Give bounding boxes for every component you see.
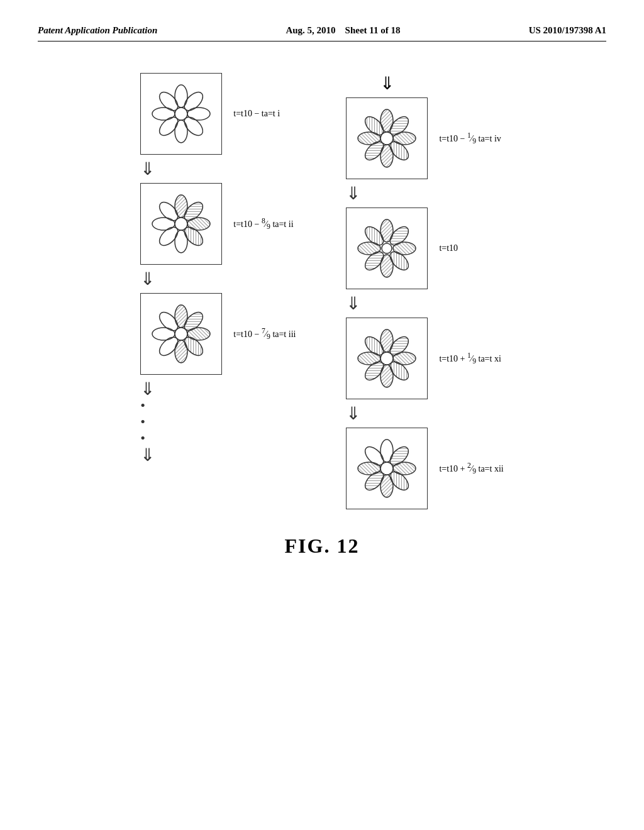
left-column: t=t10 − ta=t i ⇓ [140, 73, 296, 509]
arrow-tiv-t10: ⇓ [346, 179, 360, 208]
svg-point-68 [380, 462, 393, 475]
svg-point-4 [175, 120, 187, 143]
svg-point-38 [380, 132, 393, 145]
flower-box-ti [140, 73, 222, 155]
equation-ti: t=t10 − ta=t i [233, 109, 280, 119]
equation-txi: t=t10 + 1⁄9 ta=t xi [439, 351, 501, 365]
flower-row-txi: t=t10 + 1⁄9 ta=t xi [346, 318, 501, 399]
flower-box-txii [346, 428, 428, 509]
equation-tiii: t=t10 − 7⁄9 ta=t iii [233, 327, 296, 341]
flower-row-txii: t=t10 + 2⁄9 ta=t xii [346, 428, 503, 509]
flower-svg-ti [147, 79, 216, 148]
svg-point-13 [175, 230, 187, 253]
arrow-tii-tiii: ⇓ [140, 265, 155, 293]
flower-svg-tii [147, 189, 216, 258]
page: Patent Application Publication Aug. 5, 2… [0, 0, 644, 830]
fig-label: FIG. 12 [285, 534, 360, 558]
flower-box-tii [140, 183, 222, 265]
svg-point-48 [382, 243, 392, 253]
equation-tii: t=t10 − 8⁄9 ta=t ii [233, 217, 293, 231]
header-right: US 2010/197398 A1 [529, 25, 606, 36]
svg-point-6 [152, 108, 175, 120]
equation-txii: t=t10 + 2⁄9 ta=t xii [439, 462, 503, 475]
svg-point-25 [152, 328, 175, 340]
dots: • • • [140, 403, 147, 441]
flower-box-txi [346, 318, 428, 399]
flower-row-t10: t=t10 [346, 208, 458, 289]
top-arrow-right: ⇓ [346, 73, 428, 94]
arrow-t10-txi: ⇓ [346, 289, 360, 318]
svg-point-58 [380, 352, 393, 365]
flower-svg-txi [352, 324, 421, 393]
svg-point-2 [187, 108, 210, 120]
svg-point-27 [175, 328, 187, 340]
publication-date: Aug. 5, 2010 [286, 25, 335, 35]
svg-point-17 [175, 218, 187, 230]
arrow-ti-tii: ⇓ [140, 155, 155, 183]
flower-svg-tiii [147, 299, 216, 368]
patent-number: US 2010/197398 A1 [529, 25, 606, 35]
flower-row-tiii: t=t10 − 7⁄9 ta=t iii [140, 293, 296, 375]
header: Patent Application Publication Aug. 5, 2… [38, 25, 606, 42]
arrow-dots-end: ⇓ [140, 441, 155, 469]
equation-t10: t=t10 [439, 243, 458, 253]
flower-box-t10 [346, 208, 428, 289]
flower-svg-tiv [352, 104, 421, 173]
svg-point-0 [175, 85, 187, 108]
svg-point-66 [358, 462, 380, 475]
publication-title: Patent Application Publication [38, 25, 157, 35]
flower-svg-txii [352, 434, 421, 503]
svg-point-15 [152, 218, 175, 230]
right-column: ⇓ [346, 73, 503, 509]
flower-row-tiv: t=t10 − 1⁄9 ta=t iv [346, 97, 501, 179]
svg-point-8 [175, 108, 187, 120]
equation-tiv: t=t10 − 1⁄9 ta=t iv [439, 131, 501, 145]
flower-box-tiv [346, 97, 428, 179]
flower-svg-t10 [352, 214, 421, 283]
header-center: Aug. 5, 2010 Sheet 11 of 18 [286, 25, 400, 36]
svg-point-23 [175, 340, 187, 363]
arrow-txi-txii: ⇓ [346, 399, 360, 428]
flower-box-tiii [140, 293, 222, 375]
diagram-area: t=t10 − ta=t i ⇓ [38, 73, 606, 509]
flower-row-tii: t=t10 − 8⁄9 ta=t ii [140, 183, 293, 265]
sheet-info: Sheet 11 of 18 [345, 25, 401, 35]
flower-row-ti: t=t10 − ta=t i [140, 73, 280, 155]
header-left: Patent Application Publication [38, 25, 157, 36]
main-content: t=t10 − ta=t i ⇓ [38, 60, 606, 558]
